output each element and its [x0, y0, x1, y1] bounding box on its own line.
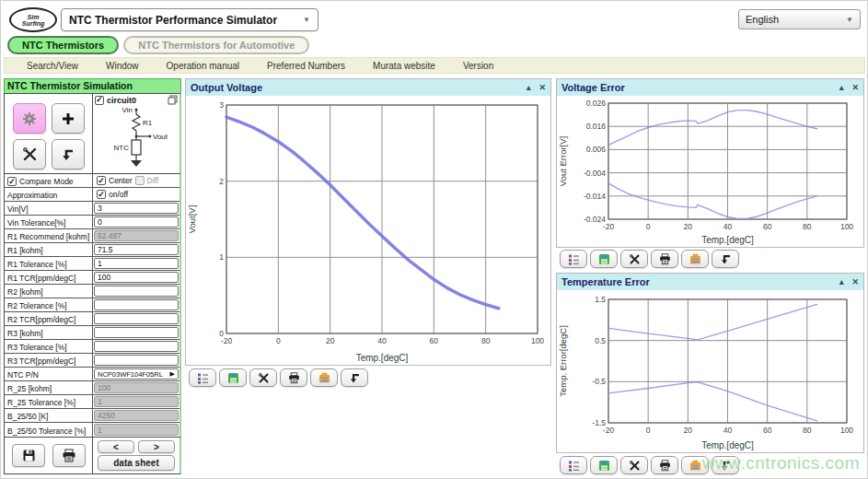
- menu-preferred-numbers[interactable]: Preferred Numbers: [267, 61, 345, 71]
- simulator-select-value: NTC Thermistor Performance Simulator: [69, 14, 277, 27]
- svg-text:80: 80: [481, 336, 491, 345]
- panel-title: Temperature Error: [561, 276, 650, 287]
- table-row: R2 [kohm]: [5, 285, 179, 298]
- undo-icon: [61, 147, 75, 162]
- capture-button[interactable]: [681, 250, 709, 268]
- table-row: R_25 [kohm]100: [5, 381, 179, 395]
- close-icon[interactable]: ✕: [538, 83, 546, 92]
- capture-button[interactable]: [310, 368, 338, 387]
- center-checkbox[interactable]: [97, 176, 106, 185]
- export-data-icon: [598, 460, 610, 472]
- export-button[interactable]: [219, 368, 247, 387]
- parameter-table: Compare Mode Center Diff Approximation o…: [4, 174, 181, 438]
- r3-input[interactable]: [94, 327, 179, 338]
- close-icon[interactable]: ✕: [851, 83, 859, 92]
- print-button[interactable]: [651, 456, 678, 474]
- tools-icon: [629, 253, 641, 265]
- undo-button[interactable]: [52, 139, 85, 169]
- tools-button[interactable]: [13, 139, 46, 169]
- legend-button[interactable]: [560, 250, 587, 268]
- svg-text:0: 0: [646, 426, 651, 435]
- print-icon: [659, 253, 671, 265]
- undo-button[interactable]: [712, 250, 739, 268]
- menu-murata-website[interactable]: Murata website: [373, 61, 435, 71]
- print-button[interactable]: [280, 368, 307, 387]
- vin-tolerance-input[interactable]: 0: [94, 216, 179, 228]
- svg-text:80: 80: [803, 222, 812, 231]
- add-circuit-button[interactable]: [52, 103, 85, 134]
- print-button[interactable]: [651, 250, 678, 268]
- r2-input[interactable]: [94, 286, 179, 297]
- compare-mode-checkbox[interactable]: [7, 177, 17, 186]
- svg-text:40: 40: [723, 426, 733, 435]
- menu-window[interactable]: Window: [106, 61, 139, 71]
- temperature-error-panel: Temperature Error ▴✕ -200204060801001.50…: [556, 273, 864, 453]
- close-icon[interactable]: ✕: [851, 277, 859, 286]
- export-button[interactable]: [590, 456, 618, 474]
- r1-tcr-input[interactable]: 100: [94, 272, 179, 283]
- app-window: Sim Surfing NTC Thermistor Performance S…: [0, 0, 868, 479]
- ntc-pn-dropdown[interactable]: NCP03WF104F05RL ▶: [94, 368, 179, 380]
- diff-checkbox[interactable]: [135, 176, 145, 185]
- undo-button[interactable]: [341, 368, 368, 387]
- print-button[interactable]: [52, 444, 86, 467]
- logo-text-bottom: Surfing: [22, 20, 45, 27]
- r2-tcr-input[interactable]: [94, 313, 179, 324]
- tools-button[interactable]: [249, 368, 277, 387]
- undo-icon: [349, 372, 361, 384]
- svg-text:100: 100: [840, 222, 853, 231]
- svg-text:20: 20: [684, 222, 693, 231]
- copy-icon[interactable]: [168, 95, 178, 105]
- center-label: Center: [109, 176, 133, 185]
- svg-text:80: 80: [803, 426, 812, 435]
- panel-title: Voltage Error: [561, 82, 625, 93]
- svg-text:-0.014: -0.014: [584, 192, 606, 201]
- simulation-panel-title: NTC Thermistor Simulation: [4, 78, 181, 93]
- tools-icon: [258, 372, 270, 384]
- simulate-button[interactable]: [13, 103, 46, 134]
- tools-button[interactable]: [620, 456, 648, 474]
- table-row: B_25/50 [K]4250: [5, 409, 179, 423]
- approximation-checkbox[interactable]: [97, 190, 106, 199]
- svg-text:Temp.[degC]: Temp.[degC]: [701, 235, 754, 245]
- menu-version[interactable]: Version: [463, 61, 493, 71]
- tools-button[interactable]: [620, 250, 648, 268]
- svg-text:0.026: 0.026: [586, 99, 607, 108]
- param-label: R1 TCR[ppm/degC]: [5, 271, 93, 284]
- collapse-icon[interactable]: ▴: [527, 83, 531, 92]
- param-label: R2 [kohm]: [5, 285, 93, 298]
- param-label: R1 Recommend [kohm]: [5, 229, 93, 242]
- export-button[interactable]: [590, 250, 618, 268]
- collapse-icon[interactable]: ▴: [839, 277, 844, 286]
- legend-button[interactable]: [560, 456, 587, 474]
- svg-text:3: 3: [219, 100, 224, 110]
- capture-icon: [689, 253, 701, 265]
- r1-tolerance-input[interactable]: 1: [94, 258, 179, 269]
- table-row: Approximation on/off: [5, 188, 179, 202]
- legend-button[interactable]: [189, 368, 216, 387]
- save-button[interactable]: [12, 444, 45, 467]
- param-label: R1 [kohm]: [5, 243, 93, 256]
- data-sheet-button[interactable]: data sheet: [98, 455, 175, 471]
- r1-input[interactable]: 71.5: [94, 244, 179, 255]
- vin-input[interactable]: 3: [94, 203, 179, 214]
- language-select[interactable]: English ▼: [738, 9, 861, 29]
- next-button[interactable]: >: [138, 440, 175, 453]
- menu-search-view[interactable]: Search/View: [27, 61, 78, 71]
- tab-ntc-thermistors-automotive[interactable]: NTC Thermistors for Automotive: [123, 36, 309, 54]
- menu-operation-manual[interactable]: Operation manual: [167, 61, 240, 71]
- r2-tolerance-input[interactable]: [94, 299, 179, 310]
- tab-ntc-thermistors[interactable]: NTC Thermistors: [7, 36, 119, 54]
- collapse-icon[interactable]: ▴: [839, 83, 844, 92]
- r3-tolerance-input[interactable]: [94, 341, 179, 352]
- svg-text:60: 60: [763, 222, 772, 231]
- simulator-select[interactable]: NTC Thermistor Performance Simulator ▼: [61, 8, 318, 31]
- circuit-ntc-label: NTC: [114, 144, 130, 152]
- table-row: R1 Recommend [kohm]62.487: [5, 229, 179, 243]
- circuit0-checkbox[interactable]: [95, 96, 104, 105]
- prev-button[interactable]: <: [98, 440, 134, 453]
- svg-text:Temp.[degC]: Temp.[degC]: [701, 440, 754, 450]
- table-row: R2 Tolerance [%]: [5, 298, 179, 312]
- r3-tcr-input[interactable]: [94, 355, 179, 366]
- param-label: B_25/50 Tolerance [%]: [5, 423, 93, 437]
